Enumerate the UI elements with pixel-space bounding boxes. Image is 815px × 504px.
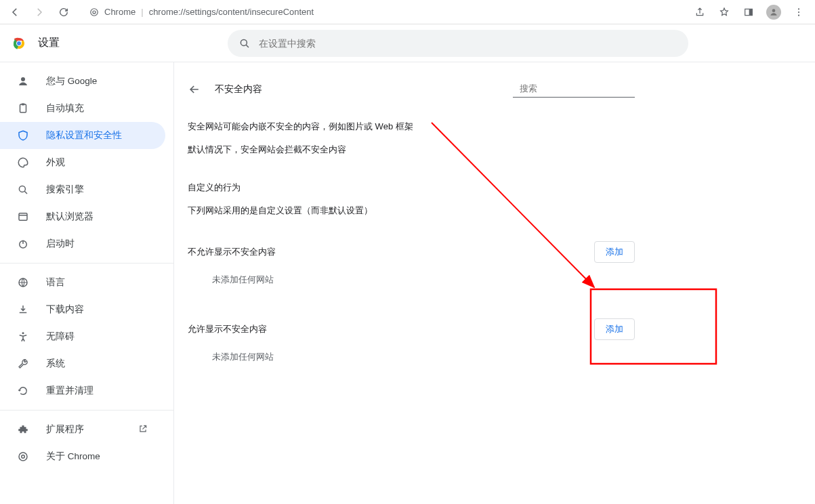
accessibility-icon — [16, 330, 30, 343]
settings-sidebar: 您与 Google 自动填充 隐私设置和安全性 外观 搜索引擎 默认浏览器 启动… — [0, 62, 173, 504]
sidebar-item-label: 启动时 — [46, 238, 75, 250]
power-icon — [16, 237, 30, 251]
sidebar-item-label: 关于 Chrome — [46, 450, 100, 463]
allow-no-sites-text: 未添加任何网站 — [212, 351, 635, 363]
sidebar-item-about[interactable]: 关于 Chrome — [0, 443, 165, 470]
sidebar-item-label: 自动填充 — [46, 102, 84, 114]
address-bar[interactable]: Chrome | chrome://settings/content/insec… — [83, 3, 688, 22]
share-icon[interactable] — [693, 5, 707, 19]
restore-icon — [16, 384, 30, 398]
sidebar-item-label: 外观 — [46, 156, 65, 169]
svg-rect-16 — [19, 213, 27, 221]
chrome-mono-icon — [16, 450, 30, 463]
sidebar-item-profile[interactable]: 您与 Google — [0, 68, 165, 95]
side-panel-icon[interactable] — [742, 5, 755, 19]
forward-button[interactable] — [30, 3, 49, 22]
url-scheme-label: Chrome — [104, 7, 135, 17]
browser-toolbar: Chrome | chrome://settings/content/insec… — [0, 0, 815, 24]
external-link-icon — [138, 424, 149, 435]
svg-point-19 — [22, 332, 24, 334]
url-path: chrome://settings/content/insecureConten… — [149, 7, 314, 17]
settings-search-input[interactable] — [259, 38, 677, 49]
custom-behavior-subtitle: 下列网站采用的是自定义设置（而非默认设置） — [188, 205, 635, 217]
svg-point-20 — [19, 453, 27, 461]
profile-avatar[interactable] — [766, 5, 781, 20]
sidebar-divider — [0, 410, 173, 411]
add-allow-site-button[interactable]: 添加 — [594, 318, 635, 340]
person-icon — [16, 75, 30, 88]
block-no-sites-text: 未添加任何网站 — [212, 274, 635, 286]
settings-title: 设置 — [38, 36, 228, 50]
sidebar-item-startup[interactable]: 启动时 — [0, 230, 165, 257]
sidebar-item-search-engine[interactable]: 搜索引擎 — [0, 176, 165, 203]
reload-button[interactable] — [54, 3, 73, 22]
search-icon — [16, 183, 30, 196]
block-section-label: 不允许显示不安全内容 — [188, 246, 276, 258]
sidebar-item-accessibility[interactable]: 无障碍 — [0, 323, 165, 350]
sidebar-item-label: 无障碍 — [46, 331, 75, 343]
svg-point-7 — [798, 14, 799, 16]
svg-point-5 — [798, 8, 799, 9]
allow-section-label: 允许显示不安全内容 — [188, 323, 267, 335]
sidebar-item-downloads[interactable]: 下载内容 — [0, 296, 165, 323]
clipboard-icon — [16, 102, 30, 115]
svg-rect-3 — [749, 9, 753, 15]
svg-point-1 — [93, 10, 96, 13]
sidebar-divider — [0, 263, 173, 264]
kebab-menu-icon[interactable] — [792, 5, 806, 19]
palette-icon — [16, 156, 30, 169]
wrench-icon — [16, 357, 30, 371]
svg-point-11 — [241, 39, 247, 45]
sidebar-item-reset[interactable]: 重置并清理 — [0, 377, 165, 404]
svg-rect-13 — [20, 104, 26, 112]
sidebar-item-label: 搜索引擎 — [46, 184, 84, 196]
content-back-button[interactable] — [188, 83, 201, 96]
custom-behavior-title: 自定义的行为 — [188, 182, 635, 194]
search-icon — [238, 37, 251, 49]
sidebar-item-label: 系统 — [46, 358, 65, 370]
bookmark-star-icon[interactable] — [717, 5, 731, 19]
svg-point-6 — [798, 11, 799, 12]
shield-icon — [16, 129, 30, 142]
url-separator: | — [141, 7, 143, 17]
back-button[interactable] — [5, 3, 24, 22]
sidebar-item-label: 下载内容 — [46, 303, 84, 316]
sidebar-item-languages[interactable]: 语言 — [0, 269, 165, 296]
svg-point-4 — [772, 9, 776, 12]
add-block-site-button[interactable]: 添加 — [594, 241, 635, 263]
sidebar-item-privacy[interactable]: 隐私设置和安全性 — [0, 122, 165, 149]
sidebar-item-extensions[interactable]: 扩展程序 — [0, 416, 165, 443]
sidebar-item-default-browser[interactable]: 默认浏览器 — [0, 203, 165, 230]
sidebar-item-label: 您与 Google — [46, 75, 97, 87]
settings-search[interactable] — [228, 30, 688, 57]
content-search-input[interactable] — [520, 83, 633, 93]
description-line-1: 安全网站可能会内嵌不安全的内容，例如图片或 Web 框架 — [188, 119, 635, 134]
svg-point-21 — [22, 455, 25, 459]
globe-icon — [16, 276, 30, 289]
svg-rect-14 — [22, 104, 25, 106]
browser-window-icon — [16, 210, 30, 224]
sidebar-item-label: 默认浏览器 — [46, 211, 93, 223]
chrome-logo-icon — [11, 35, 27, 51]
settings-header: 设置 — [0, 24, 815, 62]
sidebar-item-label: 重置并清理 — [46, 385, 93, 397]
sidebar-item-label: 扩展程序 — [46, 423, 84, 436]
sidebar-item-appearance[interactable]: 外观 — [0, 149, 165, 176]
svg-point-15 — [19, 186, 25, 192]
download-icon — [16, 303, 30, 316]
sidebar-item-system[interactable]: 系统 — [0, 350, 165, 377]
page-title: 不安全内容 — [215, 83, 262, 96]
extension-icon — [16, 423, 30, 436]
chrome-mono-icon — [89, 7, 99, 17]
sidebar-item-autofill[interactable]: 自动填充 — [0, 95, 165, 122]
svg-point-12 — [21, 77, 25, 81]
sidebar-item-label: 语言 — [46, 276, 65, 289]
description-line-2: 默认情况下，安全网站会拦截不安全内容 — [188, 142, 635, 157]
settings-content: 不安全内容 安全网站可能会内嵌不安全的内容，例如图片或 Web 框架 默认情况下… — [188, 76, 635, 504]
content-search[interactable] — [513, 82, 635, 98]
svg-point-0 — [91, 8, 98, 16]
sidebar-item-label: 隐私设置和安全性 — [46, 129, 122, 142]
